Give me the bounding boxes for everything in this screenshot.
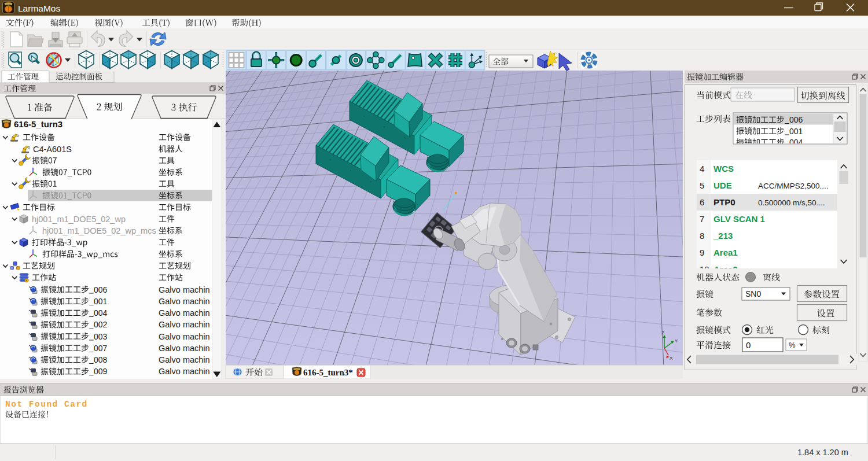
svg-text:0: 0 — [746, 340, 751, 350]
svg-text:0.500000 m/s,50....: 0.500000 m/s,50.... — [758, 198, 825, 207]
svg-text:Z: Z — [661, 330, 664, 335]
svg-text:%: % — [789, 341, 796, 349]
svg-text:616-5_turn3*: 616-5_turn3* — [303, 368, 353, 377]
svg-text:7: 7 — [700, 214, 704, 224]
svg-text:WCS: WCS — [713, 164, 734, 174]
svg-text:006: 006 — [94, 285, 108, 294]
svg-text:008: 008 — [94, 355, 108, 364]
svg-text:001: 001 — [789, 127, 803, 136]
svg-text:003: 003 — [94, 332, 108, 341]
svg-text:Galvo machin: Galvo machin — [159, 308, 210, 318]
svg-text:616-5_turn3: 616-5_turn3 — [14, 119, 62, 129]
svg-text:Galvo machin: Galvo machin — [159, 355, 210, 364]
svg-text:006: 006 — [789, 115, 803, 124]
svg-text:ACC/MMPS2,500....: ACC/MMPS2,500.... — [758, 182, 829, 190]
svg-text:LarmaMos: LarmaMos — [18, 3, 60, 13]
svg-text:Galvo machin: Galvo machin — [159, 320, 210, 329]
svg-text:007: 007 — [94, 344, 108, 353]
svg-text:Galvo machin: Galvo machin — [159, 344, 210, 353]
svg-text:Galvo machin: Galvo machin — [159, 285, 210, 294]
svg-text:1.84 x 1.20 m: 1.84 x 1.20 m — [797, 448, 848, 457]
svg-text:UDE: UDE — [713, 180, 732, 190]
svg-text:009: 009 — [94, 367, 108, 376]
svg-text:002: 002 — [94, 320, 108, 329]
svg-text:X: X — [670, 356, 673, 361]
svg-text:hj001_m1_DOE5_02_wp_mcs: hj001_m1_DOE5_02_wp_mcs — [42, 226, 156, 235]
svg-text:5: 5 — [700, 180, 704, 190]
svg-text:_213: _213 — [713, 231, 733, 241]
svg-text:C4-A601S: C4-A601S — [33, 145, 72, 154]
svg-text:Galvo machin: Galvo machin — [159, 297, 210, 306]
svg-text:PTP0: PTP0 — [713, 197, 735, 207]
svg-text:001: 001 — [94, 297, 108, 306]
svg-text:004: 004 — [94, 308, 108, 318]
svg-text:GLV SCAN 1: GLV SCAN 1 — [713, 214, 765, 224]
svg-text:Area1: Area1 — [713, 248, 738, 257]
svg-text:9: 9 — [700, 248, 704, 257]
svg-text:4: 4 — [700, 164, 704, 174]
svg-text:Galvo machin: Galvo machin — [159, 332, 210, 341]
svg-text:Not Found Card: Not Found Card — [5, 400, 88, 409]
svg-text:6: 6 — [700, 197, 704, 207]
svg-text:hj001_m1_DOE5_02_wp: hj001_m1_DOE5_02_wp — [32, 215, 126, 224]
svg-text:Y: Y — [675, 338, 678, 344]
svg-text:8: 8 — [700, 231, 704, 241]
svg-text:SN0: SN0 — [745, 289, 761, 298]
svg-text:Galvo machin: Galvo machin — [159, 367, 210, 376]
